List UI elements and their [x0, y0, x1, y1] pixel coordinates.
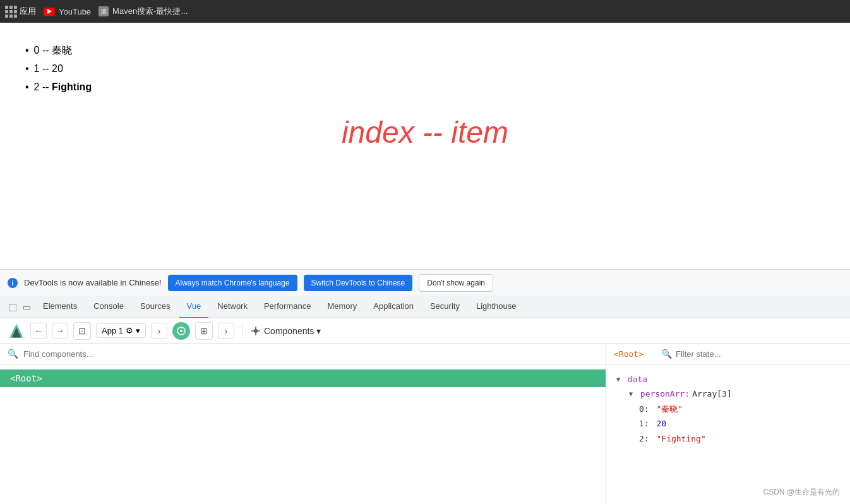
expand-icon[interactable]: ›	[218, 323, 234, 339]
tab-sources[interactable]: Sources	[133, 296, 178, 318]
tab-network[interactable]: Network	[210, 296, 255, 318]
vue-state-header: <Root> 🔍	[606, 344, 850, 364]
apps-label: 应用	[20, 6, 36, 17]
vue-state-content: ▼ data ▼ personArr: Array[3] 0: "秦晓" 1: …	[606, 364, 850, 453]
filter-state-area: 🔍	[661, 349, 782, 359]
val-1: 20	[656, 416, 666, 431]
tab-bar: 应用 YouTube 源 Maven搜索-最快捷...	[0, 0, 850, 23]
devtools-icons-left: ⬚ ▭	[5, 302, 34, 312]
person-arr-section: ▼ personArr: Array[3]	[616, 387, 840, 401]
root-tag: <Root>	[10, 373, 42, 383]
devtools-notification: i DevTools is now available in Chinese! …	[0, 269, 850, 296]
svg-point-4	[254, 329, 258, 333]
data-triangle: ▼	[616, 374, 620, 385]
list-item: • 1 -- 20	[25, 60, 825, 78]
app-selector[interactable]: App 1 ⚙ ▾	[96, 323, 146, 338]
chevron-right-icon[interactable]: ›	[151, 323, 167, 339]
list-index-2: 2 -- Fighting	[34, 78, 92, 97]
selected-component-tag: <Root>	[614, 349, 643, 359]
separator	[242, 325, 242, 337]
compass-icon[interactable]	[172, 322, 190, 340]
vue-right-panel: <Root> 🔍 ▼ data ▼ personArr: Array[3] 0:…	[606, 344, 850, 504]
forward-btn[interactable]: →	[52, 323, 68, 339]
bullet-0: •	[25, 42, 29, 60]
switch-chinese-btn[interactable]: Switch DevTools to Chinese	[304, 275, 413, 291]
tab-elements[interactable]: Elements	[35, 296, 85, 318]
item-2: 2: "Fighting"	[616, 431, 840, 446]
root-tree-item[interactable]: <Root>	[0, 369, 606, 387]
list-index-0: 0 -- 秦晓	[34, 42, 72, 60]
bullet-2: •	[25, 78, 29, 97]
person-arr-type: Array[3]	[692, 387, 732, 401]
page-title: index -- item	[25, 115, 825, 150]
idx-0: 0:	[639, 402, 654, 416]
maven-tab[interactable]: 源 Maven搜索-最快捷...	[99, 6, 188, 17]
filter-state-input[interactable]	[676, 349, 782, 359]
vue-toolbar: ← → ⊡ App 1 ⚙ ▾ › ⊞ › Components ▾	[0, 318, 850, 344]
vue-search-bar: 🔍	[0, 344, 606, 364]
components-label: Components	[264, 326, 314, 336]
item-0: 0: "秦晓"	[616, 402, 840, 416]
val-0: "秦晓"	[656, 402, 683, 416]
item-1: 1: 20	[616, 416, 840, 431]
tab-application[interactable]: Application	[366, 296, 421, 318]
csdn-footer: CSDN @生命是有光的	[763, 487, 840, 498]
tab-console[interactable]: Console	[86, 296, 131, 318]
apps-grid[interactable]: 应用	[5, 6, 36, 18]
person-arr-triangle: ▼	[629, 388, 633, 400]
main-content: • 0 -- 秦晓 • 1 -- 20 • 2 -- Fighting inde…	[0, 23, 850, 269]
app-name: App 1	[102, 326, 123, 335]
layout-icon[interactable]: ⊡	[73, 322, 91, 340]
bullet-1: •	[25, 60, 29, 78]
info-icon: i	[8, 278, 18, 288]
person-arr-key: personArr:	[635, 387, 690, 401]
svg-point-3	[180, 330, 183, 332]
tab-lighthouse[interactable]: Lighthouse	[469, 296, 524, 318]
device-icon[interactable]: ▭	[21, 302, 32, 312]
idx-1: 1:	[639, 416, 654, 431]
list-item: • 0 -- 秦晓	[25, 42, 825, 60]
components-dropdown-icon: ▾	[316, 326, 321, 336]
tab-performance[interactable]: Performance	[256, 296, 318, 318]
list-area: • 0 -- 秦晓 • 1 -- 20 • 2 -- Fighting	[25, 42, 825, 96]
components-btn[interactable]: Components ▾	[250, 325, 321, 337]
youtube-label: YouTube	[59, 7, 91, 16]
dont-show-btn[interactable]: Don't show again	[419, 274, 493, 292]
settings-icon: ⚙	[126, 326, 133, 335]
tab-security[interactable]: Security	[422, 296, 467, 318]
vue-logo-icon	[8, 322, 25, 340]
idx-2: 2:	[639, 431, 654, 446]
youtube-tab[interactable]: YouTube	[44, 7, 91, 16]
youtube-icon	[44, 8, 55, 16]
always-match-btn[interactable]: Always match Chrome's language	[168, 275, 297, 291]
back-btn[interactable]: ←	[30, 323, 47, 339]
data-section: ▼ data	[616, 372, 840, 387]
maven-icon: 源	[99, 6, 109, 16]
vue-left-panel: 🔍 <Root>	[0, 344, 606, 504]
vue-component-tree: <Root>	[0, 364, 606, 504]
list-index-1: 1 -- 20	[34, 60, 63, 78]
tab-vue[interactable]: Vue	[179, 296, 209, 318]
vue-main: 🔍 <Root> <Root> 🔍 ▼ data ▼ p	[0, 344, 850, 504]
filter-search-icon: 🔍	[661, 349, 672, 359]
find-components-input[interactable]	[23, 349, 598, 359]
components-icon	[250, 325, 261, 337]
search-icon: 🔍	[8, 349, 18, 359]
apps-icon	[5, 6, 17, 18]
devtools-tabs: ⬚ ▭ Elements Console Sources Vue Network…	[0, 296, 850, 318]
inspect-icon[interactable]: ⬚	[8, 302, 18, 312]
dropdown-icon: ▾	[136, 326, 140, 335]
tab-memory[interactable]: Memory	[320, 296, 364, 318]
list-item: • 2 -- Fighting	[25, 78, 825, 97]
data-key: data	[623, 372, 647, 387]
maven-label: Maven搜索-最快捷...	[112, 6, 188, 17]
grid-icon[interactable]: ⊞	[195, 322, 213, 340]
val-2: "Fighting"	[656, 431, 705, 446]
notification-message: DevTools is now available in Chinese!	[24, 278, 162, 287]
